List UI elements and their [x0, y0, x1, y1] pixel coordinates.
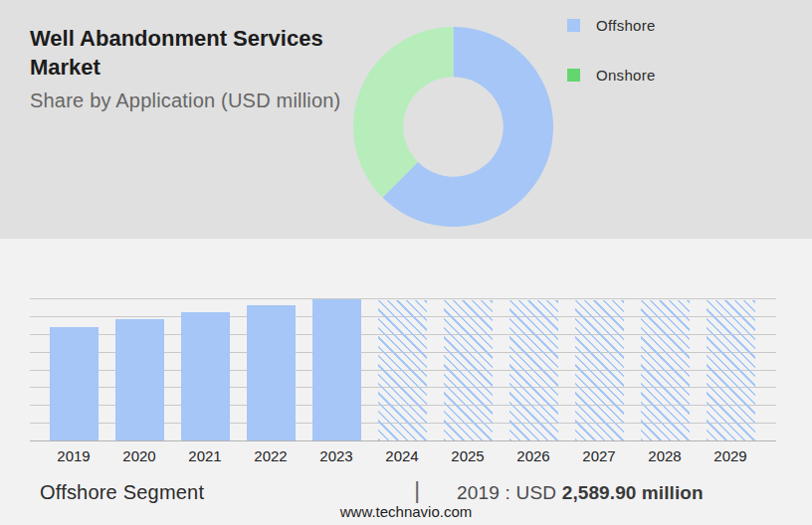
year-label-2025: 2025: [435, 447, 501, 464]
segment-caption: Offshore Segment: [40, 481, 204, 504]
chart-legend: Offshore Onshore: [567, 17, 656, 116]
x-axis-line: [30, 440, 776, 441]
year-label-2020: 2020: [106, 447, 172, 464]
segment-value: 2019 : USD 2,589.90 million: [457, 482, 704, 504]
bar-2025: [444, 300, 493, 440]
year-label-2029: 2029: [698, 447, 763, 464]
segment-value-amount: 2,589.90 million: [562, 482, 704, 503]
bar-2029: [707, 300, 755, 440]
website-url: www.technavio.com: [0, 503, 812, 520]
bar-2022: [247, 305, 296, 440]
year-label-2021: 2021: [172, 447, 238, 464]
donut-segment-onshore: [353, 27, 454, 198]
legend-label-onshore: Onshore: [596, 67, 656, 84]
year-label-2019: 2019: [41, 447, 106, 464]
header-section: Well Abandonment ServicesMarket Share by…: [0, 0, 812, 239]
year-label-2027: 2027: [566, 447, 632, 464]
legend-item-offshore: Offshore: [567, 17, 656, 33]
bar-2024: [378, 300, 427, 440]
gridline: [30, 298, 776, 299]
year-label-2024: 2024: [369, 447, 435, 464]
bar-2021: [181, 312, 230, 440]
legend-item-onshore: Onshore: [567, 67, 656, 83]
title-block: Well Abandonment ServicesMarket Share by…: [30, 24, 358, 112]
year-label-2023: 2023: [304, 447, 369, 464]
donut-chart: [353, 27, 553, 227]
bar-2028: [641, 300, 690, 440]
donut-chart-svg: [353, 27, 553, 227]
page-title-line1: Well Abandonment Services: [30, 26, 323, 51]
bar-2023: [312, 299, 361, 440]
legend-swatch-onshore-icon: [567, 69, 580, 82]
year-label-2026: 2026: [501, 447, 566, 464]
bar-2027: [575, 300, 624, 440]
year-label-2028: 2028: [632, 447, 698, 464]
bar-2026: [509, 300, 558, 440]
legend-swatch-offshore-icon: [567, 19, 580, 32]
caption-separator: |: [414, 476, 420, 504]
page-title-line2: Market: [30, 55, 101, 80]
infographic-root: { "colors": { "top_bg": "#e0e0e0", "bott…: [0, 0, 812, 525]
bar-2019: [50, 327, 99, 440]
page-title: Well Abandonment ServicesMarket: [30, 24, 358, 82]
segment-value-prefix: 2019 : USD: [457, 482, 556, 503]
year-label-2022: 2022: [238, 447, 304, 464]
page-subtitle: Share by Application (USD million): [30, 89, 358, 112]
bar-2020: [115, 319, 164, 440]
bar-chart-section: 2019202020212022202320242025202620272028…: [0, 239, 812, 525]
legend-label-offshore: Offshore: [596, 17, 656, 34]
